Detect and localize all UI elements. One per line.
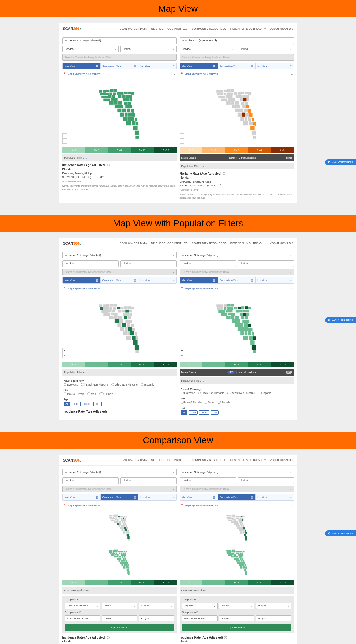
measure-select[interactable]: Mortality Rate (Age Adjusted)⌄ xyxy=(180,37,294,44)
comp1-age-select[interactable]: All ages⌄ xyxy=(256,603,291,609)
population-filters-toggle[interactable]: Population Filters⌄ xyxy=(62,154,177,161)
radio-option[interactable]: Hispanic xyxy=(258,392,271,395)
tab-comparison-view[interactable]: Comparison View▤ xyxy=(101,494,138,500)
region-select[interactable]: Florida⌄ xyxy=(238,260,294,267)
county-select[interactable]: Select a County for Neighborhood Data⌄ xyxy=(180,486,294,492)
map[interactable]: + − xyxy=(62,81,177,144)
radio-option[interactable]: Male xyxy=(87,392,96,395)
county-select[interactable]: Select a County for Neighborhood Data⌄ xyxy=(62,486,177,492)
info-icon[interactable]: i xyxy=(107,164,110,166)
age-button[interactable]: 20-64 xyxy=(199,410,209,415)
zoom-out[interactable]: − xyxy=(63,139,67,143)
region-select[interactable]: Florida⌄ xyxy=(120,477,177,484)
region-select[interactable]: Florida⌄ xyxy=(120,260,177,267)
radio-option[interactable]: Black Non-Hispanic xyxy=(198,392,224,395)
county-select[interactable]: Select a County for Neighborhood Data⌄ xyxy=(180,54,294,61)
zoom-out[interactable]: − xyxy=(180,353,184,358)
toggle-mirror-locations[interactable]: NO xyxy=(286,157,292,159)
radio-option[interactable]: Everyone xyxy=(181,392,195,395)
nav-link[interactable]: RESEARCH & OUTREACH ▾ xyxy=(230,27,266,30)
radio-option[interactable]: Female xyxy=(99,392,113,395)
exposures-link[interactable]: 📍Map Exposures & Resources⌄ xyxy=(180,502,294,508)
tab-comparison-view[interactable]: Comparison View▤ xyxy=(218,63,256,69)
radio-option[interactable]: Male xyxy=(205,401,214,404)
comp1-race-select[interactable]: Black, Non-Hispanic⌄ xyxy=(65,603,100,609)
age-button[interactable]: 65+ xyxy=(93,402,102,406)
tab-list-view[interactable]: List View≡ xyxy=(138,63,176,69)
comp2-age-select[interactable]: All ages⌄ xyxy=(256,615,291,621)
compare-populations-toggle[interactable]: Compare Populations⌄ xyxy=(180,587,294,594)
comparison-map-1[interactable] xyxy=(180,510,294,543)
logo[interactable]: SCAN360⌕ xyxy=(63,458,82,462)
measure-select[interactable]: Incidence Rate (Age Adjusted)⌄ xyxy=(62,37,177,44)
radio-option[interactable]: Male & Female xyxy=(181,401,202,404)
radio-option[interactable]: Hispanic xyxy=(141,383,154,386)
nav-link[interactable]: RESEARCH & OUTREACH ▾ xyxy=(230,242,266,245)
region-select[interactable]: Florida⌄ xyxy=(238,46,294,52)
logo[interactable]: SCAN360⌕ xyxy=(63,26,82,31)
nav-link[interactable]: COMMUNITY RESOURCES xyxy=(192,27,226,30)
tab-list-view[interactable]: List View≡ xyxy=(256,494,293,500)
update-maps-button[interactable]: Update Maps xyxy=(182,624,291,631)
site-select[interactable]: Cervical⌄ xyxy=(180,477,236,484)
radio-option[interactable]: Male & Female xyxy=(64,392,84,395)
age-button[interactable]: All xyxy=(64,402,71,406)
comp2-race-select[interactable]: White, Non-Hispanic⌄ xyxy=(182,615,218,621)
county-select[interactable]: Select a County for Neighborhood Data⌄ xyxy=(62,269,177,275)
radio-option[interactable]: Female xyxy=(217,401,230,404)
tab-map-view[interactable]: Map View▦ xyxy=(180,277,218,283)
nav-link[interactable]: SCAN CANCER DATA xyxy=(120,459,147,462)
exposures-link[interactable]: 📍Map Exposures & Resources⌄ xyxy=(180,285,294,291)
comp2-sex-select[interactable]: Female⌄ xyxy=(102,615,137,621)
nav-link[interactable]: ABOUT SCAN 360 xyxy=(270,242,293,245)
tab-map-view[interactable]: Map View▦ xyxy=(180,494,218,500)
radio-option[interactable]: White Non-Hispanic xyxy=(227,392,255,395)
zoom-out[interactable]: − xyxy=(63,353,67,358)
exposures-link[interactable]: 📍Map Exposures & Resources⌄ xyxy=(180,71,294,77)
comparison-map-2[interactable] xyxy=(180,545,294,578)
nav-link[interactable]: COMMUNITY RESOURCES xyxy=(192,242,226,245)
zoom-in[interactable]: + xyxy=(63,134,67,139)
zoom-in[interactable]: + xyxy=(63,348,67,353)
site-select[interactable]: Cervical⌄ xyxy=(180,260,236,267)
nav-link[interactable]: NEIGHBORHOOD PROFILES xyxy=(151,459,188,462)
tab-list-view[interactable]: List View≡ xyxy=(138,494,176,500)
walkthrough-button[interactable]: ✪WALKTHROUGH xyxy=(325,317,356,323)
radio-option[interactable]: White Non-Hispanic xyxy=(111,383,138,386)
nav-link[interactable]: ABOUT SCAN 360 xyxy=(270,459,293,462)
region-select[interactable]: Florida⌄ xyxy=(238,477,294,484)
tab-map-view[interactable]: Map View▦ xyxy=(63,277,101,283)
tab-comparison-view[interactable]: Comparison View▤ xyxy=(101,277,138,283)
comp2-race-select[interactable]: White, Non-Hispanic⌄ xyxy=(65,615,100,621)
florida-map[interactable] xyxy=(94,82,145,142)
update-maps-button[interactable]: Update Maps xyxy=(65,624,174,631)
exposures-link[interactable]: 📍Map Exposures & Resources⌄ xyxy=(62,285,177,291)
toggle-match-scales[interactable]: YES xyxy=(227,371,235,374)
walkthrough-button[interactable]: ✪WALKTHROUGH xyxy=(325,530,356,536)
comp1-age-select[interactable]: All ages⌄ xyxy=(139,603,174,609)
nav-link[interactable]: SCAN CANCER DATA xyxy=(120,242,147,245)
radio-option[interactable]: Everyone xyxy=(64,383,78,386)
logo[interactable]: SCAN360⌕ xyxy=(63,241,82,246)
nav-link[interactable]: ABOUT SCAN 360 xyxy=(270,27,293,30)
map[interactable]: +− xyxy=(180,295,294,358)
comp2-age-select[interactable]: All ages⌄ xyxy=(139,615,174,621)
comparison-map-2[interactable] xyxy=(62,545,177,578)
map[interactable]: +− xyxy=(180,81,294,144)
county-select[interactable]: Select a County for Neighborhood Data⌄ xyxy=(62,54,177,61)
population-filters-toggle[interactable]: Population Filters⌄ xyxy=(62,369,177,376)
tab-map-view[interactable]: Map View▦ xyxy=(63,494,101,500)
nav-link[interactable]: NEIGHBORHOOD PROFILES xyxy=(151,27,188,30)
map[interactable]: +− xyxy=(62,295,177,358)
tab-comparison-view[interactable]: Comparison View▤ xyxy=(218,277,256,283)
age-button[interactable]: 0-19 xyxy=(189,410,198,415)
age-button[interactable]: 65+ xyxy=(211,410,219,415)
site-select[interactable]: Cervical⌄ xyxy=(62,260,119,267)
nav-link[interactable]: COMMUNITY RESOURCES xyxy=(192,459,226,462)
zoom-out[interactable]: − xyxy=(180,139,184,143)
compare-populations-toggle[interactable]: Compare Populations⌄ xyxy=(62,587,177,594)
measure-select[interactable]: Incidence Rate (Age Adjusted)⌄ xyxy=(62,252,177,258)
comp1-sex-select[interactable]: Female⌄ xyxy=(102,603,137,609)
site-select[interactable]: Cervical⌄ xyxy=(62,46,119,52)
nav-link[interactable]: SCAN CANCER DATA xyxy=(120,27,147,30)
